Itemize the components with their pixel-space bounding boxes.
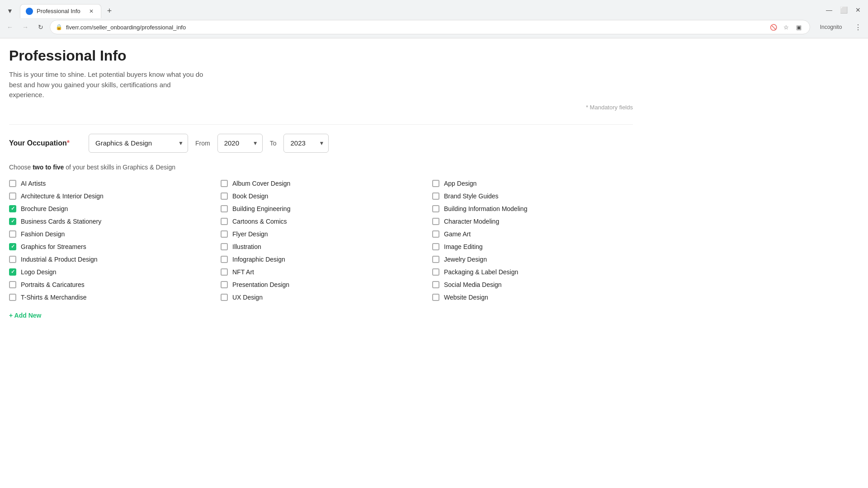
skill-checkbox[interactable] bbox=[221, 243, 228, 250]
skill-checkbox[interactable] bbox=[432, 180, 439, 187]
minimize-btn[interactable]: — bbox=[823, 4, 835, 16]
skill-label: Graphics for Streamers bbox=[21, 243, 86, 250]
skill-label: Game Art bbox=[444, 230, 471, 238]
tab-title: Professional Info bbox=[37, 8, 84, 14]
skill-item[interactable]: Brochure Design bbox=[9, 205, 210, 212]
maximize-btn[interactable]: ⬜ bbox=[837, 4, 850, 16]
forward-btn[interactable]: → bbox=[19, 21, 32, 33]
skill-checkbox[interactable] bbox=[9, 230, 16, 238]
skill-item[interactable]: Business Cards & Stationery bbox=[9, 218, 210, 225]
skill-label: Image Editing bbox=[444, 243, 483, 250]
skill-checkbox[interactable] bbox=[432, 243, 439, 250]
skill-checkbox[interactable] bbox=[221, 205, 228, 212]
skill-item[interactable]: Brand Style Guides bbox=[432, 192, 633, 200]
skill-checkbox[interactable] bbox=[221, 256, 228, 263]
skill-checkbox[interactable] bbox=[432, 281, 439, 288]
skill-checkbox[interactable] bbox=[9, 192, 16, 200]
skill-checkbox[interactable] bbox=[432, 294, 439, 301]
skill-item[interactable]: Illustration bbox=[221, 243, 421, 250]
skill-checkbox[interactable] bbox=[221, 281, 228, 288]
skill-label: Building Information Modeling bbox=[444, 205, 527, 212]
skill-checkbox[interactable] bbox=[221, 230, 228, 238]
skill-item[interactable]: Game Art bbox=[432, 230, 633, 238]
refresh-btn[interactable]: ↻ bbox=[34, 21, 47, 33]
security-icon: 🔒 bbox=[56, 24, 62, 30]
close-btn[interactable]: ✕ bbox=[852, 4, 864, 16]
skill-label: Fashion Design bbox=[21, 230, 65, 238]
profile-btn[interactable]: Incognito bbox=[813, 21, 849, 33]
skill-checkbox[interactable] bbox=[9, 256, 16, 263]
skill-item[interactable]: App Design bbox=[432, 180, 633, 187]
skill-item[interactable]: Industrial & Product Design bbox=[9, 256, 210, 263]
from-year-select[interactable]: 2015 2016 2017 2018 2019 2020 2021 2022 … bbox=[217, 134, 263, 153]
from-label: From bbox=[195, 140, 210, 147]
occupation-label: Your Occupation* bbox=[9, 139, 81, 147]
skills-grid: AI ArtistsAlbum Cover DesignApp DesignAr… bbox=[9, 180, 633, 301]
add-new-btn[interactable]: + Add New bbox=[9, 310, 41, 321]
skill-checkbox[interactable] bbox=[9, 205, 16, 212]
skill-item[interactable]: Website Design bbox=[432, 294, 633, 301]
occupation-select[interactable]: Graphics & Design Digital Marketing Writ… bbox=[89, 134, 188, 153]
skill-item[interactable]: Portraits & Caricatures bbox=[9, 281, 210, 288]
skill-checkbox[interactable] bbox=[432, 218, 439, 225]
skill-item[interactable]: Album Cover Design bbox=[221, 180, 421, 187]
skill-item[interactable]: Infographic Design bbox=[221, 256, 421, 263]
skill-item[interactable]: Social Media Design bbox=[432, 281, 633, 288]
skill-item[interactable]: Building Information Modeling bbox=[432, 205, 633, 212]
occupation-row: Your Occupation* Graphics & Design Digit… bbox=[9, 134, 633, 153]
skill-item[interactable]: Packaging & Label Design bbox=[432, 268, 633, 276]
from-year-wrapper: 2015 2016 2017 2018 2019 2020 2021 2022 … bbox=[217, 134, 263, 153]
skill-item[interactable]: Character Modeling bbox=[432, 218, 633, 225]
skill-item[interactable]: NFT Art bbox=[221, 268, 421, 276]
to-year-select[interactable]: 2015 2016 2017 2018 2019 2020 2021 2022 … bbox=[283, 134, 329, 153]
skill-item[interactable]: Image Editing bbox=[432, 243, 633, 250]
skill-checkbox[interactable] bbox=[9, 281, 16, 288]
skill-checkbox[interactable] bbox=[9, 180, 16, 187]
skill-item[interactable]: Building Engineering bbox=[221, 205, 421, 212]
skill-item[interactable]: Fashion Design bbox=[9, 230, 210, 238]
to-year-wrapper: 2015 2016 2017 2018 2019 2020 2021 2022 … bbox=[283, 134, 329, 153]
skill-label: Portraits & Caricatures bbox=[21, 281, 85, 288]
skill-checkbox[interactable] bbox=[432, 205, 439, 212]
skill-checkbox[interactable] bbox=[221, 268, 228, 276]
skill-item[interactable]: Graphics for Streamers bbox=[9, 243, 210, 250]
skill-label: Presentation Design bbox=[232, 281, 289, 288]
skill-checkbox[interactable] bbox=[9, 294, 16, 301]
occupation-select-wrapper: Graphics & Design Digital Marketing Writ… bbox=[89, 134, 188, 153]
page-subtitle: This is your time to shine. Let potentia… bbox=[9, 70, 235, 100]
skill-checkbox[interactable] bbox=[221, 180, 228, 187]
url-display: fiverr.com/seller_onboarding/professiona… bbox=[66, 24, 764, 31]
skill-checkbox[interactable] bbox=[221, 294, 228, 301]
back-btn[interactable]: ← bbox=[4, 21, 16, 33]
skill-item[interactable]: Architecture & Interior Design bbox=[9, 192, 210, 200]
star-icon[interactable]: ☆ bbox=[781, 22, 792, 33]
skill-item[interactable]: AI Artists bbox=[9, 180, 210, 187]
skill-checkbox[interactable] bbox=[432, 230, 439, 238]
skill-checkbox[interactable] bbox=[9, 268, 16, 276]
skill-item[interactable]: Book Design bbox=[221, 192, 421, 200]
skill-checkbox[interactable] bbox=[9, 243, 16, 250]
page-content: Professional Info This is your time to s… bbox=[0, 38, 651, 339]
skill-checkbox[interactable] bbox=[221, 218, 228, 225]
skill-checkbox[interactable] bbox=[432, 268, 439, 276]
tab-list-btn[interactable]: ▼ bbox=[4, 5, 16, 17]
skill-checkbox[interactable] bbox=[9, 218, 16, 225]
skill-item[interactable]: UX Design bbox=[221, 294, 421, 301]
new-tab-btn[interactable]: + bbox=[103, 5, 116, 17]
skill-item[interactable]: Logo Design bbox=[9, 268, 210, 276]
skill-item[interactable]: T-Shirts & Merchandise bbox=[9, 294, 210, 301]
split-view-icon[interactable]: ▣ bbox=[793, 22, 804, 33]
skill-checkbox[interactable] bbox=[432, 256, 439, 263]
tab-close-btn[interactable]: ✕ bbox=[87, 7, 95, 15]
active-tab[interactable]: Professional Info ✕ bbox=[20, 4, 101, 18]
skill-checkbox[interactable] bbox=[221, 192, 228, 200]
skill-checkbox[interactable] bbox=[432, 192, 439, 200]
address-bar-row: ← → ↻ 🔒 fiverr.com/seller_onboarding/pro… bbox=[0, 18, 868, 38]
skill-item[interactable]: Presentation Design bbox=[221, 281, 421, 288]
skill-label: Logo Design bbox=[21, 268, 57, 276]
eye-off-icon[interactable]: 🚫 bbox=[768, 22, 779, 33]
browser-menu-btn[interactable]: ⋮ bbox=[852, 21, 864, 33]
skill-item[interactable]: Jewelry Design bbox=[432, 256, 633, 263]
skill-item[interactable]: Flyer Design bbox=[221, 230, 421, 238]
skill-item[interactable]: Cartoons & Comics bbox=[221, 218, 421, 225]
